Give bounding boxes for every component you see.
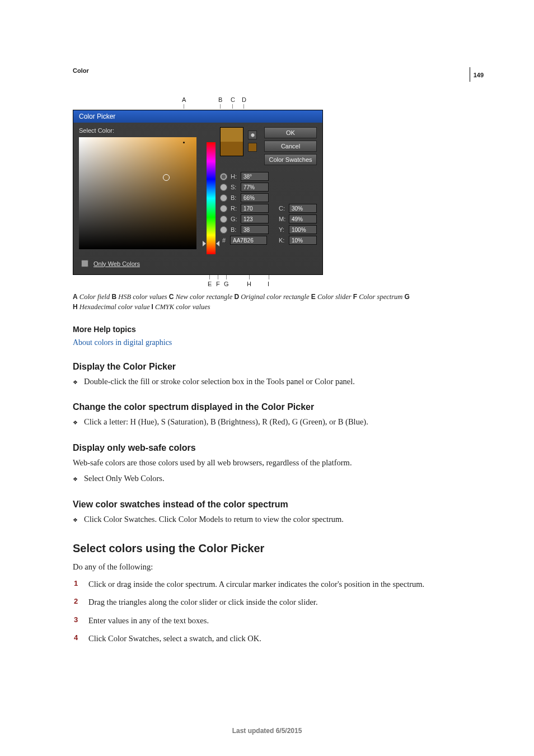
- callout-letter: I: [268, 281, 269, 287]
- k-input[interactable]: [289, 236, 317, 245]
- s-input[interactable]: [241, 183, 269, 192]
- color-preview: [220, 127, 243, 156]
- slider-handle-right-icon[interactable]: [216, 241, 219, 246]
- b-radio[interactable]: [220, 194, 227, 202]
- callout-tick: [243, 104, 244, 109]
- body-text: Do any of the following:: [73, 561, 461, 573]
- h-input[interactable]: [241, 172, 269, 181]
- closest-swatch-icon[interactable]: [248, 143, 257, 152]
- callout-tick: [220, 104, 221, 109]
- callout-tick: [184, 104, 184, 109]
- c-label: C:: [279, 205, 287, 212]
- b-label: B:: [231, 194, 238, 201]
- callout-bottom-row: E F G H I: [73, 275, 461, 288]
- ok-button[interactable]: OK: [264, 127, 317, 138]
- steps-list: Click or drag inside the color spectrum.…: [73, 578, 461, 645]
- list-item: Select Only Web Colors.: [73, 472, 461, 484]
- c-input[interactable]: [289, 204, 317, 213]
- callout-letter: F: [216, 281, 220, 287]
- heading-change-spectrum: Change the color spectrum displayed in t…: [73, 402, 461, 412]
- original-color-swatch: [221, 142, 243, 156]
- callout-letter: A: [182, 96, 186, 103]
- figure-caption: A Color field B HSB color values C New c…: [73, 292, 461, 312]
- color-picker-figure: A B C D Color Picker Select Color:: [73, 96, 461, 288]
- heading-websafe: Display only web-safe colors: [73, 443, 461, 453]
- callout-top-row: A B C D: [73, 96, 461, 110]
- bl-label: B:: [231, 226, 238, 233]
- callout-tick: [218, 275, 218, 279]
- r-label: R:: [231, 205, 238, 212]
- callout-letter: B: [218, 96, 222, 103]
- step-item: Drag the triangles along the color slide…: [74, 596, 461, 608]
- callout-tick: [232, 104, 233, 109]
- page-number-box: 149: [470, 67, 484, 82]
- callout-tick: [249, 275, 250, 279]
- warning-icon[interactable]: ⬢: [248, 130, 257, 139]
- s-radio[interactable]: [220, 184, 227, 191]
- g-label: G:: [231, 216, 238, 222]
- callout-letter: E: [208, 281, 212, 287]
- g-input[interactable]: [241, 214, 269, 223]
- step-item: Enter values in any of the text boxes.: [74, 614, 461, 627]
- bl-input[interactable]: [241, 225, 269, 234]
- y-input[interactable]: [289, 225, 317, 234]
- callout-letter: H: [247, 281, 251, 287]
- hex-input[interactable]: [230, 236, 267, 245]
- body-text: Web-safe colors are those colors used by…: [73, 456, 461, 469]
- bl-radio[interactable]: [220, 226, 227, 234]
- y-label: Y:: [279, 226, 287, 233]
- s-label: S:: [231, 184, 238, 190]
- color-swatches-button[interactable]: Color Swatches: [264, 154, 317, 165]
- section-label: Color: [73, 67, 461, 74]
- color-slider[interactable]: [207, 142, 216, 254]
- only-web-colors-input[interactable]: [81, 260, 88, 267]
- callout-letter: C: [231, 96, 235, 103]
- callout-tick: [209, 275, 210, 279]
- k-label: K:: [279, 237, 287, 244]
- hex-hash: #: [220, 237, 228, 244]
- heading-display-picker: Display the Color Picker: [73, 362, 461, 372]
- footer-updated: Last updated 6/5/2015: [0, 727, 534, 735]
- r-input[interactable]: [241, 204, 269, 213]
- h-radio[interactable]: [220, 173, 227, 180]
- r-radio[interactable]: [220, 205, 227, 212]
- callout-tick: [269, 275, 269, 279]
- heading-select-colors: Select colors using the Color Picker: [73, 542, 461, 555]
- more-help-link[interactable]: About colors in digital graphics: [73, 338, 172, 347]
- more-help-heading: More Help topics: [73, 325, 461, 334]
- list-item: Click Color Swatches. Click Color Models…: [73, 513, 461, 525]
- color-marker-icon: [183, 142, 185, 143]
- slider-handle-left-icon[interactable]: [203, 241, 206, 246]
- b-input[interactable]: [241, 193, 269, 202]
- select-color-label: Select Color:: [79, 127, 202, 134]
- heading-swatches: View color swatches instead of the color…: [73, 500, 461, 510]
- color-field[interactable]: [79, 137, 196, 249]
- step-item: Click Color Swatches, select a swatch, a…: [74, 632, 461, 645]
- callout-tick: [226, 275, 227, 279]
- g-radio[interactable]: [220, 216, 227, 223]
- cancel-button[interactable]: Cancel: [264, 141, 317, 152]
- color-picker-title: Color Picker: [73, 110, 322, 123]
- callout-letter: G: [224, 281, 229, 287]
- h-label: H:: [231, 173, 238, 180]
- list-item: Double-click the fill or stroke color se…: [73, 375, 461, 388]
- m-input[interactable]: [289, 214, 317, 223]
- color-ring-icon: [163, 174, 170, 181]
- color-picker-window: Color Picker Select Color: Only Web Colo…: [73, 110, 323, 275]
- only-web-colors-label: Only Web Colors: [93, 260, 140, 267]
- step-item: Click or drag inside the color spectrum.…: [74, 578, 461, 590]
- only-web-colors-checkbox[interactable]: Only Web Colors: [79, 258, 202, 269]
- new-color-swatch: [221, 128, 243, 142]
- m-label: M:: [279, 216, 287, 222]
- callout-letter: D: [242, 96, 246, 103]
- page-number: 149: [474, 72, 484, 78]
- list-item: Click a letter: H (Hue), S (Saturation),…: [73, 416, 461, 428]
